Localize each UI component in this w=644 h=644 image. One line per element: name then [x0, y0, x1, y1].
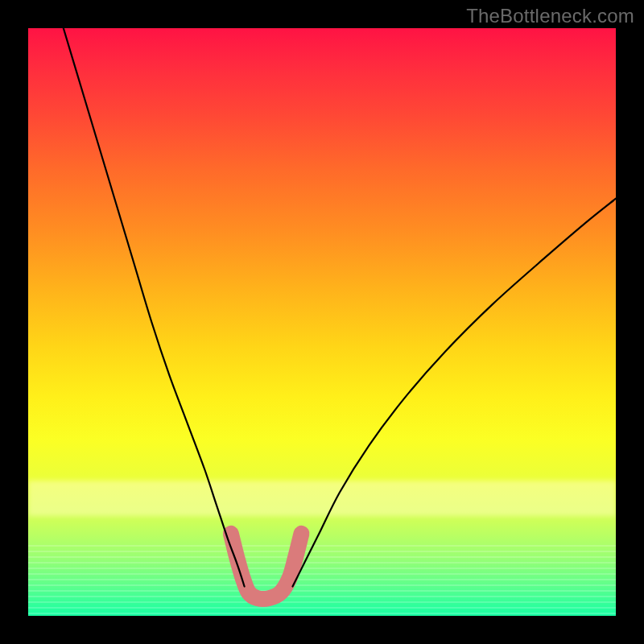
right-curve-path [293, 199, 617, 587]
figure-frame: TheBottleneck.com [0, 0, 644, 644]
left-curve-path [64, 28, 245, 587]
watermark-text: TheBottleneck.com [466, 5, 634, 27]
curve-layer [28, 28, 616, 616]
plot-area [28, 28, 616, 616]
minimum-indicator-path [231, 534, 302, 599]
